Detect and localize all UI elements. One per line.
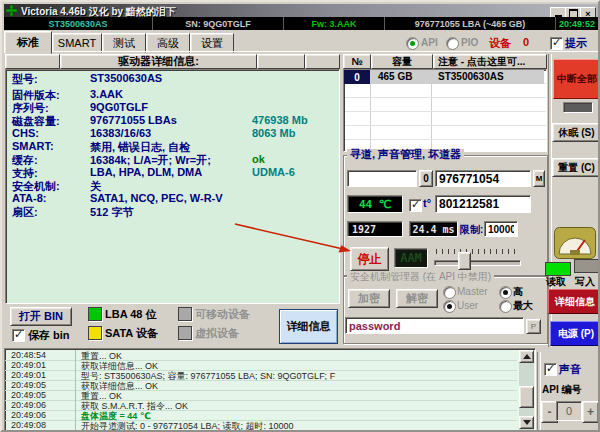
passport-panel: 型号:ST3500630AS 固件版本:3.AAK 序列号:9QG0TGLF 磁… — [5, 69, 340, 304]
reset-button[interactable]: 重置 (C) — [552, 158, 600, 177]
udma-value: UDMA-6 — [252, 166, 295, 178]
drive-row-capacity: 465 GB — [378, 71, 412, 82]
break-all-button[interactable]: 中断全部 — [553, 59, 600, 99]
temperature-checkbox[interactable] — [409, 199, 422, 212]
api-number-value: 0 — [556, 401, 582, 421]
drive-table-header[interactable]: № 容量 注意 - 点击这里可... — [343, 54, 547, 69]
drive-table-body: 0 465 GB ST3500630AS — [343, 69, 547, 152]
max-lba-button[interactable]: M — [533, 170, 545, 187]
removable-label: 可移动设备 — [195, 307, 250, 322]
temperature-checkbox-label: t° — [423, 197, 431, 209]
tab-setup[interactable]: 设置 — [190, 33, 234, 53]
high-radio[interactable] — [499, 286, 512, 299]
pass-counter-display: 1927 — [347, 221, 403, 237]
drive-row-note: ST3500630AS — [438, 71, 504, 82]
encrypt-button[interactable]: 加密 — [348, 289, 390, 308]
security-group-title: 安全机制管理器 (在 API 中禁用) — [347, 271, 494, 282]
log-scrollbar[interactable] — [519, 350, 534, 430]
firmware-value: 3.AAK — [90, 88, 123, 100]
slider-thumb[interactable] — [458, 252, 471, 270]
seek-end-input[interactable] — [435, 170, 531, 187]
sata-indicator — [88, 326, 102, 340]
lba48-indicator — [88, 307, 102, 321]
password-input[interactable] — [345, 317, 524, 334]
device-number: 0 — [523, 36, 529, 48]
user-radio[interactable] — [443, 300, 456, 313]
decrypt-button[interactable]: 解密 — [396, 289, 438, 308]
stop-button[interactable]: 停止 — [350, 247, 389, 271]
busy-indicator — [563, 102, 593, 113]
password-p-button[interactable]: P — [526, 319, 541, 334]
tab-test[interactable]: 测试 — [102, 33, 146, 53]
aam-display: AAM — [394, 248, 428, 268]
hint-checkbox[interactable] — [550, 37, 563, 50]
status-clock: 20:49:52 — [556, 17, 598, 30]
status-serial: SN: 9QG0TGLF — [153, 17, 284, 30]
title-bar[interactable]: Victoria 4.46b 汉化 by 黯然的泪下 × — [4, 4, 598, 17]
status-firmware: Fw: 3.AAK — [284, 17, 385, 30]
slider-track — [434, 260, 521, 266]
limit-input[interactable] — [484, 221, 518, 237]
device-label: 设备 — [489, 36, 511, 51]
passport-details-button[interactable]: 详细信息 — [279, 309, 338, 344]
capacity-mb: 476938 Mb — [252, 114, 308, 126]
api-radio-label: API — [421, 37, 438, 48]
tab-smart[interactable]: SMART — [52, 33, 102, 53]
scroll-thumb[interactable] — [519, 386, 534, 408]
pio-radio[interactable] — [446, 37, 459, 50]
temperature-display: 44 ℃ — [347, 195, 403, 213]
drive-row[interactable]: 0 465 GB ST3500630AS — [344, 70, 544, 84]
zero-button[interactable]: 0 — [419, 170, 433, 187]
tab-advanced[interactable]: 高级 — [146, 33, 190, 53]
drive-row-number: 0 — [344, 70, 370, 84]
sleep-button[interactable]: 休眠 (S) — [552, 123, 600, 142]
app-icon — [6, 5, 17, 16]
master-radio[interactable] — [443, 286, 456, 299]
sector-value: 512 字节 — [90, 205, 133, 220]
aam-slider[interactable] — [434, 247, 521, 269]
sound-checkbox[interactable] — [544, 363, 557, 376]
power-button[interactable]: 电源 (P) — [550, 321, 600, 346]
tab-page-edge — [4, 51, 598, 52]
support-value: LBA, HPA, DLM, DMA — [90, 166, 202, 178]
sata-label: SATA 设备 — [105, 326, 158, 341]
slider-ticks — [436, 249, 519, 254]
cache-ok: ok — [252, 153, 265, 165]
hint-label: 提示 — [565, 36, 587, 51]
master-radio-label: Master — [457, 286, 488, 297]
chs-mb: 8063 Mb — [252, 127, 295, 139]
removable-indicator — [178, 307, 192, 321]
position-input[interactable] — [435, 195, 531, 213]
save-bin-checkbox[interactable] — [12, 329, 25, 342]
status-model: ST3500630AS — [4, 17, 153, 30]
lba48-label: LBA 48 位 — [105, 307, 157, 322]
virtual-indicator — [178, 326, 192, 340]
seek-start-input[interactable] — [347, 170, 417, 187]
scroll-down-button[interactable] — [519, 416, 534, 429]
serial-value: 9QG0TGLF — [90, 101, 148, 113]
virtual-label: 虚拟设备 — [195, 326, 239, 341]
sound-label: 声音 — [559, 362, 581, 377]
gauge-icon — [554, 227, 596, 259]
scroll-up-button[interactable] — [519, 350, 534, 363]
pio-radio-label: PIO — [461, 37, 478, 48]
tab-standard[interactable]: 标准 — [4, 31, 52, 54]
api-number-plus-button[interactable]: + — [582, 401, 599, 423]
open-bin-button[interactable]: 打开 BIN — [10, 307, 72, 326]
api-number-label: API 编号 — [542, 383, 581, 397]
save-bin-label: 保存 bin — [28, 328, 70, 343]
user-radio-label: User — [457, 300, 478, 311]
details-button[interactable]: 详细信息 — [548, 289, 600, 314]
chs-value: 16383/16/63 — [90, 127, 151, 139]
victoria-window: Victoria 4.46b 汉化 by 黯然的泪下 × ST3500630AS… — [0, 0, 600, 432]
limit-label: 限制: — [460, 223, 483, 237]
max-radio-label: 最大 — [513, 299, 533, 313]
status-strip: ST3500630AS SN: 9QG0TGLF Fw: 3.AAK 97677… — [4, 17, 598, 30]
passport-header: 驱动器详细信息: — [5, 54, 340, 69]
log-area[interactable]: 20:48:54重置... OK 20:49:01获取详细信息... OK 20… — [4, 348, 536, 432]
max-radio[interactable] — [499, 300, 512, 313]
seek-group-title: 寻道, 声音管理, 坏道器 — [347, 149, 464, 160]
model-value: ST3500630AS — [90, 72, 162, 84]
api-radio[interactable] — [406, 37, 419, 50]
write-led-label: 写入 — [575, 275, 595, 289]
